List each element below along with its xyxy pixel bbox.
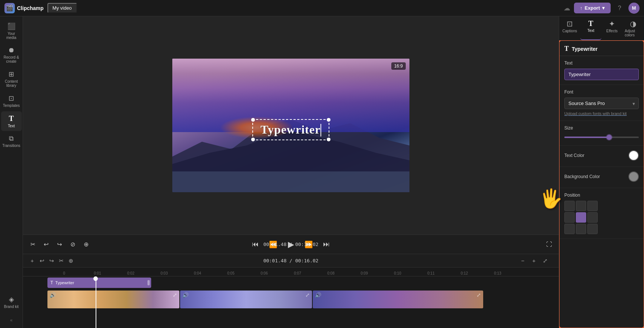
position-section: Position [559, 188, 644, 239]
rp-captions[interactable]: ⊡ Captions [559, 16, 580, 40]
effects-icon: ✦ [609, 19, 615, 28]
pos-bot-right[interactable] [587, 224, 598, 234]
captions-icon: ⊡ [567, 19, 573, 28]
pos-bot-left[interactable] [564, 224, 575, 234]
undo-button[interactable]: ↩ [41, 239, 51, 250]
position-label: Position [564, 193, 639, 198]
captions-label: Captions [562, 29, 577, 33]
timeline-save-button[interactable]: ⊕ [66, 256, 76, 266]
preview-canvas[interactable]: Typewriter 16:9 [172, 59, 409, 192]
background-color-swatch[interactable] [628, 171, 639, 182]
center-area: Typewriter 16:9 ✂ ↩ ↪ ⊘ ⊕ ⏮ ⏪ ▶ ⏩ ⏭ 00:0… [23, 16, 559, 328]
font-section: Font Source Sans Pro Arial Helvetica Geo… [559, 85, 644, 121]
sidebar-item-text[interactable]: T Text [1, 111, 22, 131]
text-track-label: Typewriter [55, 281, 74, 285]
resize-handle-bl[interactable] [251, 138, 255, 141]
cloud-save-icon: ☁ [564, 4, 570, 12]
sidebar-item-transitions[interactable]: ⧉ Transitions [1, 132, 22, 151]
export-button[interactable]: ↑ Export ▾ [574, 3, 611, 13]
background-color-label: Background Color [564, 174, 600, 179]
video-clip-1[interactable]: 🔊 ⤢ [47, 291, 179, 308]
zoom-fit-button[interactable]: ⤢ [540, 256, 550, 266]
adjust-colors-label: Adjust colors [625, 29, 641, 37]
text-overlay[interactable]: Typewriter [252, 119, 329, 140]
size-slider[interactable] [564, 134, 639, 141]
playhead[interactable] [96, 276, 96, 328]
skip-to-end-button[interactable]: ⏭ [321, 239, 332, 250]
app-name: Clipchamp [17, 5, 44, 11]
user-avatar[interactable]: M [628, 3, 640, 14]
text-track-row: T Typewriter [47, 276, 559, 289]
export-arrow-icon: ▾ [602, 5, 605, 11]
background-color-section: Background Color [559, 167, 644, 188]
video-clip-2[interactable]: 🔊 ⤢ [180, 291, 312, 308]
position-grid [564, 201, 639, 234]
cut-button[interactable]: ⊘ [67, 239, 78, 250]
playhead-handle[interactable] [93, 276, 98, 281]
sidebar-item-record-create[interactable]: ⏺ Record & create [1, 43, 22, 66]
text-color-label: Text Color [564, 153, 584, 158]
pos-top-left[interactable] [564, 201, 575, 211]
rp-text[interactable]: T Text [580, 16, 601, 40]
redo-button[interactable]: ↪ [54, 239, 64, 250]
trim-tool-button[interactable]: ✂ [27, 239, 38, 250]
zoom-out-button[interactable]: − [518, 256, 528, 266]
logo-icon: 🎬 [4, 3, 15, 13]
video-title[interactable]: My video [47, 3, 77, 13]
video-clip-3[interactable]: 🔊 ⤢ [313, 291, 483, 308]
pos-top-center[interactable] [576, 201, 586, 211]
sidebar-item-label: Templates [3, 104, 20, 108]
clip-expand-icon-3: ⤢ [477, 292, 481, 298]
time-separator: / [289, 242, 295, 247]
timeline-toolbar: + ↩ ↪ ✂ ⊕ 00:01.48 / 00:16.02 − + ⤢ [23, 254, 559, 268]
export-icon: ↑ [580, 5, 582, 11]
rp-adjust-colors[interactable]: ◑ Adjust colors [623, 16, 644, 40]
text-icon: T [9, 114, 14, 123]
save-button[interactable]: ⊕ [81, 239, 91, 250]
size-slider-thumb[interactable] [607, 135, 612, 140]
help-button[interactable]: ? [614, 3, 625, 13]
sidebar-item-content-library[interactable]: ⊞ Content library [1, 67, 22, 91]
resize-handle-tl[interactable] [251, 118, 255, 122]
size-section: Size [559, 121, 644, 146]
zoom-in-button[interactable]: + [529, 256, 539, 266]
text-color-section: Text Color [559, 146, 644, 167]
sidebar-item-your-media[interactable]: ⬛ Your media [1, 19, 22, 43]
your-media-icon: ⬛ [7, 22, 16, 30]
pos-mid-left[interactable] [564, 212, 575, 223]
skip-to-start-button[interactable]: ⏮ [249, 239, 261, 250]
sidebar-collapse-button[interactable]: « [8, 315, 15, 325]
sidebar-item-brand-kit[interactable]: ◈ Brand kit [1, 292, 22, 312]
pos-bot-center[interactable] [576, 224, 586, 234]
text-color-swatch[interactable] [628, 150, 639, 161]
text-icon-rp: T [588, 19, 593, 28]
text-editor-title-icon: T [564, 45, 569, 53]
timeline-redo-button[interactable]: ↪ [47, 256, 56, 266]
pos-mid-right[interactable] [587, 212, 598, 223]
timeline-undo-button[interactable]: ↩ [37, 256, 47, 266]
sidebar-item-templates[interactable]: ⊡ Templates [1, 91, 22, 111]
background-color-row: Background Color [564, 171, 639, 182]
clip-audio-icon-2: 🔊 [182, 292, 189, 298]
upload-fonts-link[interactable]: Upload custom fonts with brand kit [564, 109, 639, 116]
text-track[interactable]: T Typewriter [47, 278, 151, 288]
text-cursor [321, 124, 321, 137]
pos-top-right[interactable] [587, 201, 598, 211]
font-label: Font [564, 89, 639, 95]
sidebar-item-label: Record & create [3, 55, 20, 63]
size-slider-track [564, 137, 639, 138]
playback-tools: ✂ ↩ ↪ ⊘ ⊕ [27, 239, 91, 250]
font-select[interactable]: Source Sans Pro Arial Helvetica Georgia [564, 98, 639, 109]
aspect-ratio-badge: 16:9 [391, 62, 406, 70]
pos-mid-center[interactable] [576, 212, 586, 223]
fullscreen-button[interactable]: ⛶ [544, 239, 554, 250]
timeline: + ↩ ↪ ✂ ⊕ 00:01.48 / 00:16.02 − + ⤢ [23, 254, 559, 328]
sidebar: ⬛ Your media ⏺ Record & create ⊞ Content… [0, 16, 23, 328]
rp-effects[interactable]: ✦ Effects [601, 16, 623, 40]
text-track-right-handle[interactable] [147, 280, 150, 285]
text-color-row: Text Color [564, 150, 639, 161]
timeline-add-button[interactable]: + [27, 256, 37, 266]
upload-fonts-anchor[interactable]: Upload custom fonts with brand kit [564, 111, 627, 116]
timeline-cut-button[interactable]: ✂ [56, 256, 66, 266]
text-input[interactable] [564, 69, 639, 80]
